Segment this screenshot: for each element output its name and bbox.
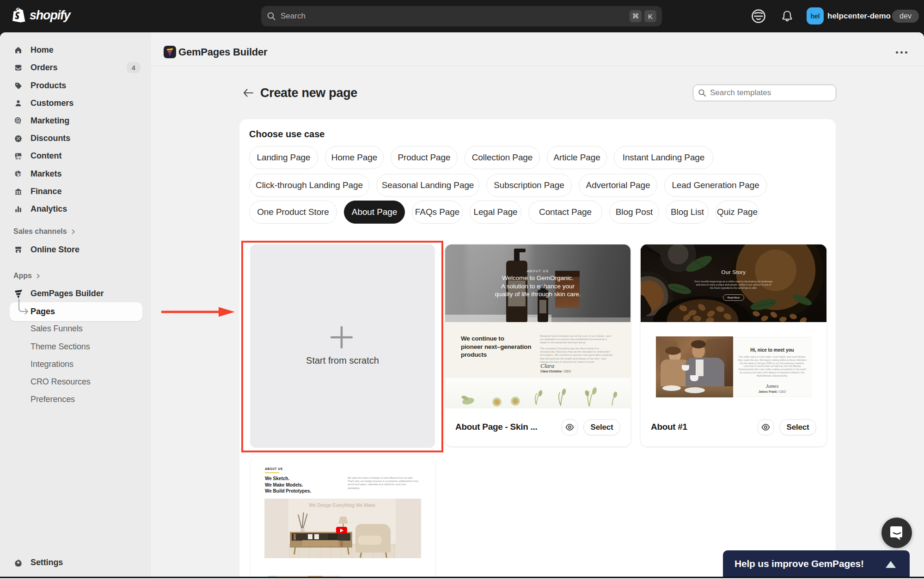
svg-text:$: $ — [18, 173, 20, 177]
